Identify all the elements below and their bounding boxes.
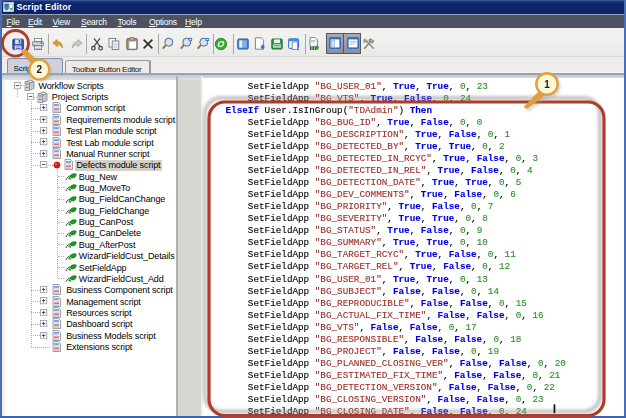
svg-text:1: 1 xyxy=(544,79,550,90)
svg-text:2: 2 xyxy=(37,64,43,75)
